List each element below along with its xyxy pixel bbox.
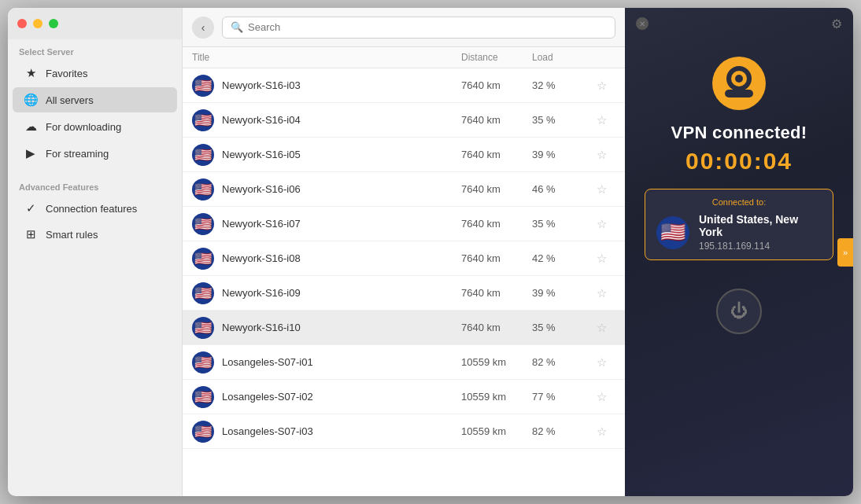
globe-icon: 🌐 [24,93,38,107]
server-flag: 🇺🇸 [192,213,214,235]
search-bar: 🔍 [222,17,615,39]
col-title: Title [192,52,461,63]
connected-box: Connected to: 🇺🇸 United States, New York… [645,189,833,260]
server-distance: 7640 km [461,149,532,160]
server-flag: 🇺🇸 [192,248,214,270]
sidebar-item-smart-rules[interactable]: ⊞ Smart rules [13,222,177,247]
server-distance: 7640 km [461,287,532,299]
server-row[interactable]: 🇺🇸 Newyork-S16-i06 7640 km 46 % ☆ [183,172,625,207]
traffic-light-green[interactable] [49,19,58,28]
for-downloading-label: For downloading [46,121,121,133]
vpn-logo [711,55,767,112]
sidebar-item-for-streaming[interactable]: ▶ For streaming [13,141,177,166]
server-flag: 🇺🇸 [192,351,214,373]
vpn-timer: 00:00:04 [685,148,793,175]
server-distance: 10559 km [461,391,532,403]
server-name: Newyork-S16-i09 [222,287,301,299]
sidebar-item-all-servers[interactable]: 🌐 All servers [13,87,177,112]
connected-info: United States, New York 195.181.169.114 [699,213,822,252]
server-row[interactable]: 🇺🇸 Newyork-S16-i10 7640 km 35 % ☆ [183,311,625,345]
favorite-button[interactable]: ☆ [587,252,615,266]
connected-location: United States, New York [699,213,822,238]
server-name: Losangeles-S07-i03 [222,425,313,437]
server-row[interactable]: 🇺🇸 Losangeles-S07-i02 10559 km 77 % ☆ [183,380,625,414]
connected-ip: 195.181.169.114 [699,241,822,252]
col-fav [587,52,615,63]
power-button[interactable]: ⏻ [716,289,762,334]
server-row[interactable]: 🇺🇸 Newyork-S16-i09 7640 km 39 % ☆ [183,276,625,311]
sidebar-item-favorites[interactable]: ★ Favorites [13,61,177,86]
sidebar-item-for-downloading[interactable]: ☁ For downloading [13,114,177,139]
smart-rules-icon: ⊞ [24,227,38,241]
favorite-button[interactable]: ☆ [587,390,615,404]
server-name: Newyork-S16-i07 [222,218,301,230]
favorite-button[interactable]: ☆ [587,355,615,370]
server-name-cell: 🇺🇸 Newyork-S16-i08 [192,248,461,270]
server-name: Newyork-S16-i05 [222,149,301,160]
server-load: 39 % [532,149,587,160]
server-flag: 🇺🇸 [192,282,214,304]
server-name: Losangeles-S07-i02 [222,391,313,403]
server-load: 82 % [532,425,587,437]
search-input[interactable] [248,21,607,33]
sidebar-item-connection-features[interactable]: ✓ Connection features [13,196,177,221]
server-load: 77 % [532,391,587,403]
server-name-cell: 🇺🇸 Newyork-S16-i09 [192,282,461,304]
shield-icon: ✓ [24,201,38,215]
favorite-button[interactable]: ☆ [587,113,615,127]
server-distance: 10559 km [461,356,532,368]
server-name: Newyork-S16-i04 [222,114,301,126]
back-button[interactable]: ‹ [192,17,214,39]
server-name-cell: 🇺🇸 Newyork-S16-i05 [192,144,461,166]
server-row[interactable]: 🇺🇸 Newyork-S16-i04 7640 km 35 % ☆ [183,103,625,138]
advanced-features-section: Advanced Features ✓ Connection features … [8,175,182,248]
streaming-icon: ▶ [24,146,38,160]
power-button-wrap: ⏻ [716,289,762,334]
server-row[interactable]: 🇺🇸 Newyork-S16-i08 7640 km 42 % ☆ [183,241,625,276]
server-distance: 7640 km [461,252,532,264]
server-distance: 7640 km [461,79,532,91]
traffic-light-red[interactable] [17,19,27,28]
server-row[interactable]: 🇺🇸 Losangeles-S07-i03 10559 km 82 % ☆ [183,414,625,449]
server-row[interactable]: 🇺🇸 Losangeles-S07-i01 10559 km 82 % ☆ [183,345,625,380]
svg-rect-4 [725,90,753,97]
titlebar [8,8,182,39]
server-row[interactable]: 🇺🇸 Newyork-S16-i05 7640 km 39 % ☆ [183,138,625,172]
favorite-button[interactable]: ☆ [587,286,615,300]
connected-flag: 🇺🇸 [656,216,689,249]
server-name-cell: 🇺🇸 Newyork-S16-i10 [192,317,461,339]
server-row[interactable]: 🇺🇸 Newyork-S16-i07 7640 km 35 % ☆ [183,207,625,241]
main-content: ‹ 🔍 Title Distance Load 🇺🇸 Newyork-S16-i… [183,8,625,496]
server-flag: 🇺🇸 [192,317,214,339]
server-distance: 10559 km [461,425,532,437]
favorite-button[interactable]: ☆ [587,217,615,231]
app-window: Select Server ★ Favorites 🌐 All servers … [8,8,853,496]
server-name-cell: 🇺🇸 Losangeles-S07-i02 [192,386,461,408]
favorite-button[interactable]: ☆ [587,182,615,197]
server-distance: 7640 km [461,183,532,195]
traffic-light-yellow[interactable] [33,19,42,28]
favorite-button[interactable]: ☆ [587,79,615,93]
server-name-cell: 🇺🇸 Newyork-S16-i06 [192,178,461,200]
server-row[interactable]: 🇺🇸 Newyork-S16-i03 7640 km 32 % ☆ [183,68,625,103]
vpn-close-button[interactable]: ✕ [636,17,649,30]
connected-label: Connected to: [656,197,822,207]
server-load: 46 % [532,183,587,195]
server-name: Losangeles-S07-i01 [222,356,313,368]
server-load: 32 % [532,79,587,91]
settings-button[interactable]: ⚙ [831,17,842,31]
server-load: 42 % [532,252,587,264]
favorite-button[interactable]: ☆ [587,425,615,439]
server-name: Newyork-S16-i10 [222,322,301,333]
server-load: 35 % [532,218,587,230]
server-flag: 🇺🇸 [192,109,214,131]
sidebar: Select Server ★ Favorites 🌐 All servers … [8,8,183,496]
server-flag: 🇺🇸 [192,386,214,408]
star-icon: ★ [24,66,38,80]
table-header: Title Distance Load [183,47,625,68]
server-name: Newyork-S16-i03 [222,79,301,91]
select-server-label: Select Server [8,39,182,60]
favorite-button[interactable]: ☆ [587,148,615,162]
expand-panel-button[interactable]: » [837,238,853,267]
favorite-button[interactable]: ☆ [587,321,615,335]
